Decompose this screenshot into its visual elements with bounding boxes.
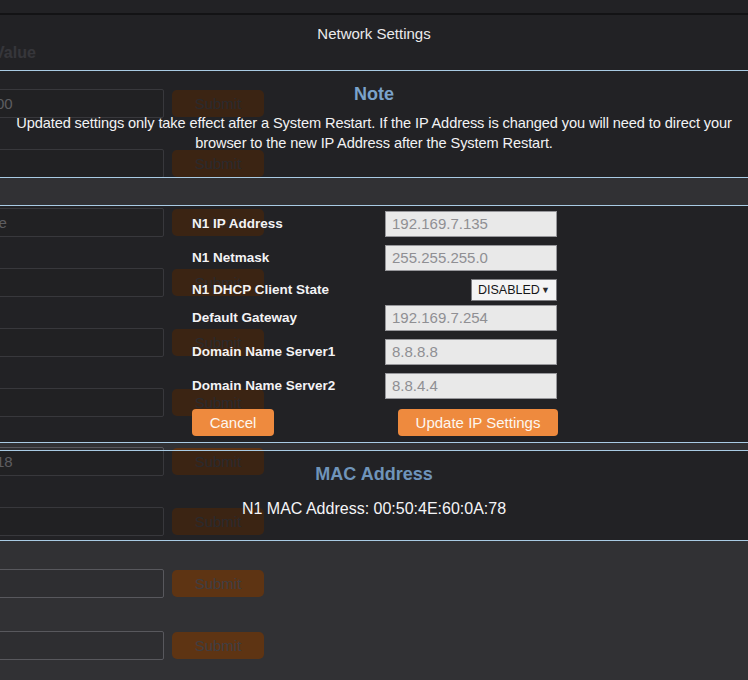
form-row-netmask: N1 Netmask 255.255.255.0: [0, 245, 748, 271]
form-row-dns2: Domain Name Server2 8.8.4.4: [0, 373, 748, 399]
cancel-button[interactable]: Cancel: [192, 409, 274, 436]
background-setting-row: 255 Submit: [0, 631, 748, 661]
netmask-input[interactable]: 255.255.255.0: [385, 245, 557, 271]
default-gateway-label: Default Gateway: [192, 305, 297, 331]
dns1-label: Domain Name Server1: [192, 339, 335, 365]
default-gateway-input[interactable]: 192.169.7.254: [385, 305, 557, 331]
note-text: Updated settings only take effect after …: [5, 114, 743, 153]
ip-settings-section: N1 IP Address 192.169.7.135 N1 Netmask 2…: [0, 205, 748, 443]
ip-address-input[interactable]: 192.169.7.135: [385, 211, 557, 237]
form-row-default-gateway: Default Gateway 192.169.7.254: [0, 305, 748, 331]
dhcp-state-label: N1 DHCP Client State: [192, 277, 329, 303]
background-value-input: 255: [0, 631, 164, 660]
dns2-label: Domain Name Server2: [192, 373, 335, 399]
netmask-label: N1 Netmask: [192, 245, 269, 271]
mac-address-section: MAC Address N1 MAC Address: 00:50:4E:60:…: [0, 450, 748, 541]
form-row-dns1: Domain Name Server1 8.8.8.8: [0, 339, 748, 365]
dns2-input[interactable]: 8.8.4.4: [385, 373, 557, 399]
dns1-input[interactable]: 8.8.8.8: [385, 339, 557, 365]
dhcp-state-select[interactable]: DISABLED ▼: [471, 279, 557, 301]
background-submit-button: Submit: [172, 570, 264, 597]
mac-address-value: N1 MAC Address: 00:50:4E:60:0A:78: [0, 500, 748, 518]
note-heading: Note: [0, 84, 748, 105]
background-setting-row: 191 Submit: [0, 569, 748, 599]
update-ip-settings-button[interactable]: Update IP Settings: [398, 409, 558, 436]
note-section: Note Updated settings only take effect a…: [0, 70, 748, 178]
mac-address-heading: MAC Address: [0, 464, 748, 485]
background-submit-button: Submit: [172, 632, 264, 659]
background-value-input: 191: [0, 569, 164, 598]
dropdown-arrow-icon: ▼: [541, 285, 550, 295]
modal-title: Network Settings: [0, 13, 748, 42]
form-row-ip-address: N1 IP Address 192.169.7.135: [0, 211, 748, 237]
modal-header: Network Settings: [0, 13, 748, 70]
form-row-dhcp-state: N1 DHCP Client State DISABLED ▼: [0, 277, 748, 303]
ip-address-label: N1 IP Address: [192, 211, 283, 237]
dhcp-state-selected-value: DISABLED: [478, 283, 540, 297]
